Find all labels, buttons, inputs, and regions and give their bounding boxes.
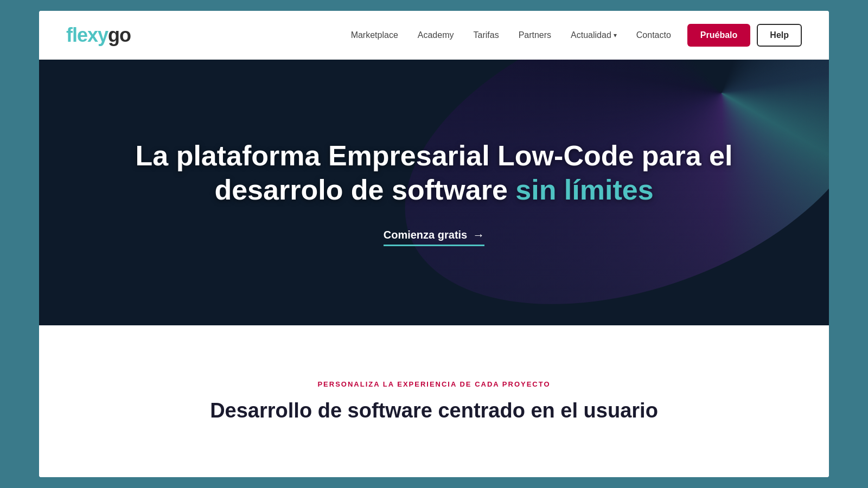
- nav-links: Marketplace Academy Tarifas Partners Act…: [351, 30, 671, 40]
- chevron-down-icon: ▾: [614, 31, 617, 39]
- nav-marketplace[interactable]: Marketplace: [351, 30, 398, 40]
- hero-content: La plataforma Empresarial Low-Code para …: [92, 139, 776, 246]
- nav-academy[interactable]: Academy: [418, 30, 454, 40]
- bottom-section: PERSONALIZA LA EXPERIENCIA DE CADA PROYE…: [39, 325, 829, 477]
- page-wrapper: flexygo Marketplace Academy Tarifas Part…: [39, 11, 829, 477]
- logo-go: go: [108, 24, 131, 46]
- pruebalo-button[interactable]: Pruébalo: [687, 24, 750, 47]
- help-button[interactable]: Help: [757, 24, 802, 47]
- logo-flexy: flexy: [66, 24, 108, 46]
- nav-contacto[interactable]: Contacto: [636, 30, 671, 40]
- navbar: flexygo Marketplace Academy Tarifas Part…: [39, 11, 829, 60]
- nav-tarifas[interactable]: Tarifas: [474, 30, 499, 40]
- nav-buttons: Pruébalo Help: [687, 24, 802, 47]
- hero-title: La plataforma Empresarial Low-Code para …: [136, 139, 733, 207]
- nav-partners[interactable]: Partners: [519, 30, 551, 40]
- hero-cta-button[interactable]: Comienza gratis →: [384, 228, 484, 246]
- nav-actualidad[interactable]: Actualidad ▾: [571, 30, 617, 40]
- hero-cta-label: Comienza gratis: [384, 229, 467, 241]
- logo[interactable]: flexygo: [66, 24, 131, 47]
- hero-title-highlight: sin límites: [515, 174, 653, 206]
- arrow-icon: →: [473, 228, 484, 242]
- hero-section: La plataforma Empresarial Low-Code para …: [39, 60, 829, 325]
- section-title: Desarrollo de software centrado en el us…: [210, 399, 658, 422]
- section-subtitle: PERSONALIZA LA EXPERIENCIA DE CADA PROYE…: [317, 380, 550, 388]
